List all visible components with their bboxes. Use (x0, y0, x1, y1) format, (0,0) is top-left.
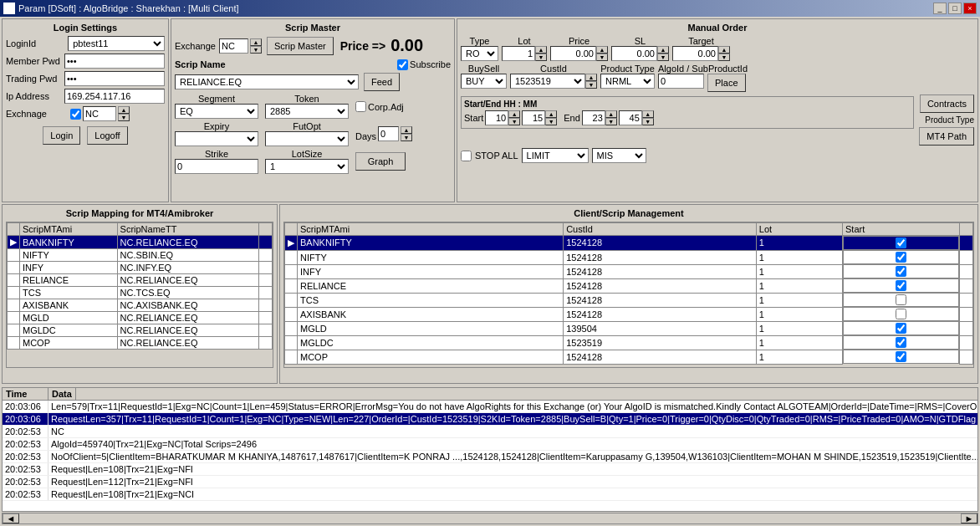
start-checkbox[interactable] (896, 252, 906, 263)
end-mm-up[interactable]: ▲ (642, 110, 654, 118)
exchnage-down-btn[interactable]: ▼ (118, 114, 130, 121)
exchange-up-btn[interactable]: ▲ (250, 38, 262, 46)
type-select[interactable]: RO (461, 46, 498, 61)
table-row[interactable]: MCOP 1524128 1 (285, 350, 973, 364)
table-row[interactable]: MCOP NC.RELIANCE.EQ (8, 337, 273, 350)
client-start[interactable] (843, 278, 959, 293)
table-row[interactable]: NIFTY NC.SBIN.EQ (8, 249, 273, 262)
table-row[interactable]: NIFTY 1524128 1 (285, 250, 973, 264)
lot-field[interactable] (502, 46, 535, 61)
exchange-field[interactable] (219, 38, 248, 54)
start-checkbox[interactable] (896, 266, 906, 277)
lot-down-btn[interactable]: ▼ (535, 54, 547, 61)
log-scroll-left[interactable]: ◄ (3, 513, 19, 523)
client-start[interactable] (843, 293, 959, 307)
table-row[interactable]: RELIANCE NC.RELIANCE.EQ (8, 274, 273, 287)
table-row[interactable]: ▶ BANKNIFTY NC.RELIANCE.EQ (8, 236, 273, 249)
client-start[interactable] (843, 250, 959, 264)
days-field[interactable] (378, 126, 399, 141)
start-checkbox[interactable] (896, 280, 906, 291)
target-up-btn[interactable]: ▲ (718, 46, 730, 54)
mt4-path-button[interactable]: MT4 Path (919, 127, 974, 146)
client-start[interactable] (843, 350, 959, 364)
exchnage-checkbox[interactable] (70, 109, 81, 120)
client-start[interactable] (843, 307, 959, 321)
start-mm-field[interactable] (522, 110, 545, 125)
client-start[interactable] (843, 264, 959, 278)
target-field[interactable] (672, 46, 718, 61)
stop-all-checkbox[interactable] (461, 151, 472, 161)
expiry-select[interactable] (175, 131, 258, 146)
minimize-button[interactable]: _ (933, 3, 947, 14)
subscribe-checkbox[interactable] (397, 59, 408, 70)
table-row[interactable]: MGLDC 1523519 1 (285, 335, 973, 350)
contracts-button[interactable]: Contracts (920, 94, 974, 113)
producttype-select[interactable]: NRML (600, 74, 655, 89)
futopt-select[interactable] (265, 131, 349, 146)
start-checkbox[interactable] (896, 337, 906, 348)
start-hh-up[interactable]: ▲ (508, 110, 520, 118)
buysell-select[interactable]: BUY (461, 74, 507, 89)
price-up-btn[interactable]: ▲ (596, 46, 608, 54)
ipaddress-field[interactable] (64, 89, 165, 104)
strike-field[interactable] (175, 159, 258, 174)
lot-up-btn[interactable]: ▲ (535, 46, 547, 54)
target-down-btn[interactable]: ▼ (718, 54, 730, 61)
start-checkbox[interactable] (896, 294, 906, 305)
sl-down-btn[interactable]: ▼ (657, 54, 669, 61)
lotsize-select[interactable]: 1 (265, 159, 349, 174)
logoff-button[interactable]: Logoff (87, 126, 127, 145)
tradingpwd-field[interactable] (64, 71, 165, 86)
close-button[interactable]: × (963, 3, 977, 14)
table-row[interactable]: MGLD 139504 1 (285, 321, 973, 335)
custid-select[interactable]: 1523519 (510, 74, 585, 89)
exchnage-field[interactable] (83, 106, 116, 121)
custid-up-btn[interactable]: ▲ (585, 74, 597, 81)
table-row[interactable]: INFY NC.INFY.EQ (8, 262, 273, 274)
sl-up-btn[interactable]: ▲ (657, 46, 669, 54)
login-button[interactable]: Login (43, 126, 80, 145)
title-bar-buttons[interactable]: _ □ × (933, 3, 977, 14)
end-hh-down[interactable]: ▼ (605, 118, 617, 125)
client-start[interactable] (843, 321, 959, 335)
client-start[interactable] (843, 335, 959, 350)
start-checkbox[interactable] (896, 237, 906, 248)
maximize-button[interactable]: □ (948, 3, 962, 14)
place-button[interactable]: Place (707, 74, 746, 92)
graph-button[interactable]: Graph (355, 152, 406, 171)
start-checkbox[interactable] (896, 323, 906, 334)
table-row[interactable]: AXISBANK NC.AXISBANK.EQ (8, 299, 273, 312)
client-scrip-table-container[interactable]: ScripMTAmi CustId Lot Start ▶ BANKNIFTY … (283, 222, 974, 368)
days-up-btn[interactable]: ▲ (401, 126, 412, 134)
table-row[interactable]: INFY 1524128 1 (285, 264, 973, 278)
table-row[interactable]: RELIANCE 1524128 1 (285, 278, 973, 293)
table-row[interactable]: TCS 1524128 1 (285, 293, 973, 307)
corp-adj-checkbox[interactable] (355, 101, 366, 112)
scrip-name-select[interactable]: RELIANCE.EQ (175, 74, 359, 89)
end-hh-up[interactable]: ▲ (605, 110, 617, 118)
start-hh-field[interactable] (485, 110, 508, 125)
end-hh-field[interactable] (582, 110, 605, 125)
price-field[interactable] (550, 46, 596, 61)
segment-select[interactable]: EQ (175, 104, 258, 119)
start-mm-up[interactable]: ▲ (545, 110, 557, 118)
scrip-mapping-table-container[interactable]: ScripMTAmi ScripNameTT ▶ BANKNIFTY NC.RE… (6, 222, 273, 368)
product-type2-select[interactable]: MIS (592, 148, 646, 163)
start-hh-down[interactable]: ▼ (508, 118, 520, 125)
start-mm-down[interactable]: ▼ (545, 118, 557, 125)
table-row[interactable]: TCS NC.TCS.EQ (8, 287, 273, 299)
price-down-btn[interactable]: ▼ (596, 54, 608, 61)
loginid-select[interactable]: pbtest11 (68, 36, 165, 51)
memberpwd-field[interactable] (64, 54, 165, 69)
sl-field[interactable] (611, 46, 657, 61)
client-start[interactable] (843, 236, 959, 250)
start-checkbox[interactable] (896, 351, 906, 362)
start-checkbox[interactable] (896, 309, 906, 319)
exchange-down-btn[interactable]: ▼ (250, 46, 262, 54)
end-mm-field[interactable] (619, 110, 642, 125)
token-select[interactable]: 2885 (265, 104, 349, 119)
custid-down-btn[interactable]: ▼ (585, 81, 597, 89)
table-row[interactable]: MGLD NC.RELIANCE.EQ (8, 312, 273, 324)
table-row[interactable]: MGLDC NC.RELIANCE.EQ (8, 324, 273, 337)
exchnage-up-btn[interactable]: ▲ (118, 106, 130, 114)
